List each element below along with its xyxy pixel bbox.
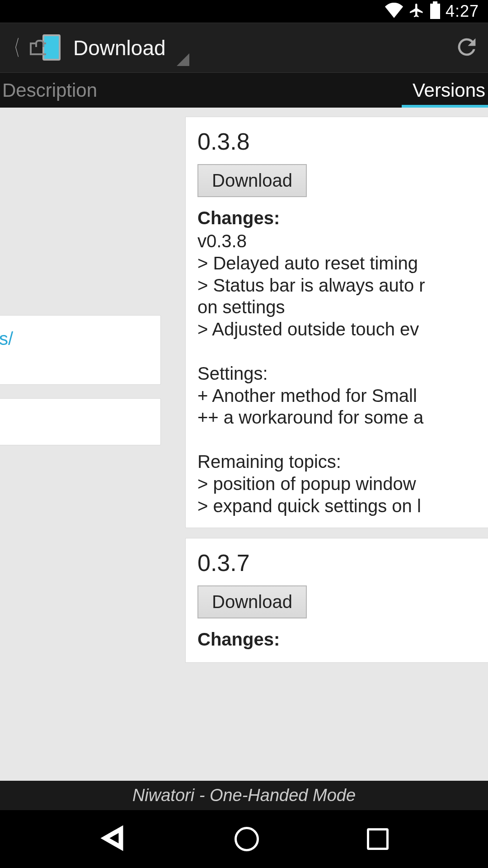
back-chevron-icon: 〈 — [7, 33, 20, 62]
navigation-bar — [0, 810, 488, 868]
support-link-text: s.com/xposed/modules/ ow-t3031680 — [0, 329, 13, 371]
xposed-icon — [28, 34, 61, 61]
version-card: 0.3.8 Download Changes: v0.3.8 > Delayed… — [185, 117, 488, 528]
nav-recent-button[interactable] — [367, 828, 389, 850]
module-title: nded Mode — [0, 118, 161, 148]
support-link-card[interactable]: s.com/xposed/modules/ ow-t3031680 — [0, 315, 161, 385]
back-button[interactable]: 〈 — [3, 33, 61, 62]
refresh-button[interactable] — [454, 34, 480, 62]
content-viewport[interactable]: nded Mode ON ode by shortcut. s.com/xpos… — [0, 108, 488, 781]
action-bar-title[interactable]: Download — [73, 36, 166, 60]
version-number: 0.3.8 — [197, 128, 488, 155]
battery-icon — [430, 4, 440, 19]
download-button[interactable]: Download — [197, 585, 307, 618]
tab-bar: Description Versions — [0, 72, 488, 108]
wifi-icon — [385, 3, 403, 20]
action-bar: 〈 Download — [0, 23, 488, 72]
changes-header: Changes: — [197, 629, 488, 650]
dropdown-indicator-icon[interactable] — [177, 53, 189, 66]
changes-body: v0.3.8 > Delayed auto reset timing > Sta… — [197, 230, 488, 517]
description-text-2: ode by shortcut. — [0, 281, 161, 302]
changes-header: Changes: — [197, 208, 488, 228]
description-pane: nded Mode ON ode by shortcut. s.com/xpos… — [0, 108, 172, 781]
tab-description[interactable]: Description — [2, 80, 97, 101]
versions-pane: 0.3.8 Download Changes: v0.3.8 > Delayed… — [185, 108, 488, 781]
description-text-1: ON — [0, 179, 161, 200]
nav-home-button[interactable] — [235, 827, 259, 851]
status-bar: 4:27 — [0, 0, 488, 23]
footer-subtitle: Niwatori - One-Handed Mode — [0, 781, 488, 810]
footer-subtitle-text: Niwatori - One-Handed Mode — [132, 786, 356, 805]
airplane-icon — [408, 2, 425, 20]
version-card: 0.3.7 Download Changes: — [185, 538, 488, 663]
download-button[interactable]: Download — [197, 164, 307, 197]
source-link-card[interactable]: dule/ — [0, 398, 161, 445]
nav-back-button[interactable] — [99, 825, 127, 854]
nav-back-icon — [99, 825, 127, 852]
version-number: 0.3.7 — [197, 549, 488, 576]
tab-versions[interactable]: Versions — [413, 80, 485, 101]
status-clock: 4:27 — [446, 2, 479, 21]
refresh-icon — [454, 34, 480, 60]
